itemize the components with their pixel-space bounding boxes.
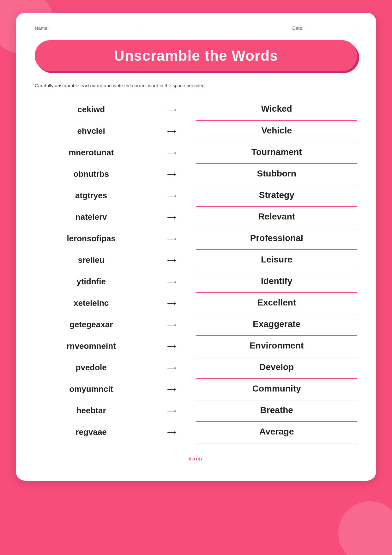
date-field: Date:: [292, 25, 357, 31]
page-title: Unscramble the Words: [54, 47, 338, 64]
answer-word: Exaggerate: [196, 314, 357, 336]
table-row: pvedole⟶Develop: [35, 357, 357, 379]
answer-word: Vehicle: [196, 120, 357, 142]
arrow-icon: ⟶: [148, 163, 196, 185]
scrambled-word: rnveomneint: [35, 336, 148, 357]
table-row: ehvclei⟶Vehicle: [35, 120, 357, 142]
page-inner: Name: Date: Unscramble the Words Careful…: [16, 13, 376, 481]
answer-word: Identify: [196, 271, 357, 293]
table-row: obnutrbs⟶Stubborn: [35, 163, 357, 185]
instructions-text: Carefully unscramble each word and write…: [35, 82, 357, 89]
right-arrow-icon: ⟶: [167, 213, 176, 221]
right-arrow-icon: ⟶: [167, 149, 176, 157]
scrambled-word: omyumncit: [35, 379, 148, 400]
name-label: Name:: [35, 25, 49, 31]
table-row: cekiwd⟶Wicked: [35, 99, 357, 120]
answer-word: Stubborn: [196, 163, 357, 185]
right-arrow-icon: ⟶: [167, 385, 176, 393]
table-row: natelerv⟶Relevant: [35, 207, 357, 228]
arrow-icon: ⟶: [148, 357, 196, 379]
answer-word: Wicked: [196, 99, 357, 120]
scrambled-word: pvedole: [35, 357, 148, 379]
answer-word: Environment: [196, 336, 357, 357]
arrow-icon: ⟶: [148, 271, 196, 293]
right-arrow-icon: ⟶: [167, 106, 176, 114]
arrow-icon: ⟶: [148, 99, 196, 120]
corner-circle-br: [338, 501, 392, 555]
answer-word: Relevant: [196, 207, 357, 228]
right-arrow-icon: ⟶: [167, 170, 176, 178]
answer-word: Community: [196, 379, 357, 400]
arrow-icon: ⟶: [148, 314, 196, 336]
right-arrow-icon: ⟶: [167, 278, 176, 286]
scrambled-word: regvaae: [35, 422, 148, 443]
arrow-icon: ⟶: [148, 379, 196, 400]
right-arrow-icon: ⟶: [167, 321, 176, 329]
scrambled-word: natelerv: [35, 207, 148, 228]
right-arrow-icon: ⟶: [167, 299, 176, 307]
table-row: leronsofipas⟶Professional: [35, 228, 357, 250]
answer-word: Average: [196, 422, 357, 443]
footer-text: kami: [35, 456, 357, 462]
arrow-icon: ⟶: [148, 207, 196, 228]
name-date-row: Name: Date:: [35, 25, 357, 31]
arrow-icon: ⟶: [148, 120, 196, 142]
answer-word: Develop: [196, 357, 357, 379]
name-underline: [52, 28, 140, 28]
arrow-icon: ⟶: [148, 142, 196, 163]
table-row: getegeaxar⟶Exaggerate: [35, 314, 357, 336]
arrow-icon: ⟶: [148, 422, 196, 443]
table-row: atgtryes⟶Strategy: [35, 185, 357, 207]
answer-word: Excellent: [196, 293, 357, 314]
right-arrow-icon: ⟶: [167, 429, 176, 436]
scrambled-word: ytidnfie: [35, 271, 148, 293]
arrow-icon: ⟶: [148, 293, 196, 314]
scrambled-word: mnerotunat: [35, 142, 148, 163]
arrow-icon: ⟶: [148, 185, 196, 207]
scrambled-word: cekiwd: [35, 99, 148, 120]
scrambled-word: srelieu: [35, 250, 148, 271]
table-row: rnveomneint⟶Environment: [35, 336, 357, 357]
table-row: heebtar⟶Breathe: [35, 400, 357, 422]
right-arrow-icon: ⟶: [167, 192, 176, 200]
scrambled-word: xetelelnc: [35, 293, 148, 314]
right-arrow-icon: ⟶: [167, 364, 176, 372]
table-row: omyumncit⟶Community: [35, 379, 357, 400]
title-container: Unscramble the Words: [35, 40, 357, 71]
answer-word: Tournament: [196, 142, 357, 163]
table-row: srelieu⟶Leisure: [35, 250, 357, 271]
date-underline: [307, 28, 357, 28]
right-arrow-icon: ⟶: [167, 235, 176, 243]
right-arrow-icon: ⟶: [167, 407, 176, 415]
right-arrow-icon: ⟶: [167, 256, 176, 264]
scrambled-word: atgtryes: [35, 185, 148, 207]
answer-word: Strategy: [196, 185, 357, 207]
answer-word: Professional: [196, 228, 357, 250]
arrow-icon: ⟶: [148, 250, 196, 271]
arrow-icon: ⟶: [148, 336, 196, 357]
right-arrow-icon: ⟶: [167, 342, 176, 350]
scrambled-word: obnutrbs: [35, 163, 148, 185]
table-row: regvaae⟶Average: [35, 422, 357, 443]
answer-word: Breathe: [196, 400, 357, 422]
table-row: ytidnfie⟶Identify: [35, 271, 357, 293]
table-row: xetelelnc⟶Excellent: [35, 293, 357, 314]
answer-word: Leisure: [196, 250, 357, 271]
scrambled-word: leronsofipas: [35, 228, 148, 250]
date-label: Date:: [292, 25, 304, 31]
scrambled-word: ehvclei: [35, 120, 148, 142]
arrow-icon: ⟶: [148, 228, 196, 250]
right-arrow-icon: ⟶: [167, 127, 176, 135]
arrow-icon: ⟶: [148, 400, 196, 422]
scrambled-word: getegeaxar: [35, 314, 148, 336]
name-field: Name:: [35, 25, 140, 31]
table-row: mnerotunat⟶Tournament: [35, 142, 357, 163]
scrambled-word: heebtar: [35, 400, 148, 422]
words-table: cekiwd⟶Wickedehvclei⟶Vehiclemnerotunat⟶T…: [35, 99, 357, 443]
